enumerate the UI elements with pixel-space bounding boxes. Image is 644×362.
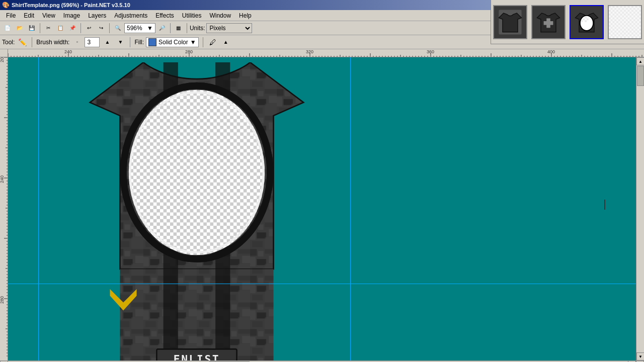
zoom-input[interactable]: 596% (127, 25, 147, 32)
app-icon: 🎨 (2, 2, 10, 9)
sep3 (109, 23, 110, 33)
svg-rect-14 (585, 20, 587, 22)
paste-button[interactable]: 📌 (67, 23, 78, 34)
color-picker-btn[interactable]: 🖊 (207, 37, 218, 48)
cursor-indicator (604, 200, 605, 210)
zoom-in-button[interactable]: 🔎 (156, 23, 168, 34)
thumbnail-strip (491, 0, 644, 44)
ruler-row (0, 49, 644, 57)
undo-button[interactable]: ↩ (84, 23, 95, 34)
menu-utilities[interactable]: Utilities (178, 11, 206, 20)
menu-window[interactable]: Window (205, 11, 235, 20)
thumbnail-2[interactable] (531, 5, 566, 39)
main-artwork: ENLIST (36, 62, 358, 360)
menu-effects[interactable]: Effects (151, 11, 178, 20)
menu-adjustments[interactable]: Adjustments (110, 11, 151, 20)
fill-dropdown-icon[interactable]: ▼ (190, 39, 196, 46)
paintbrush-icon: ✏️ (17, 37, 28, 48)
new-button[interactable]: 📄 (2, 23, 13, 34)
brush-width-down[interactable]: ▼ (115, 37, 126, 48)
units-label: Units: (190, 25, 205, 32)
color-picker-btn2[interactable]: ▲ (220, 37, 231, 48)
fill-value: Solid Color (158, 39, 188, 46)
fill-label: Fill: (134, 39, 144, 46)
sep4 (170, 23, 171, 33)
svg-text:ENLIST: ENLIST (174, 353, 220, 360)
menu-layers[interactable]: Layers (84, 11, 110, 20)
zoom-box: 596% ▼ (124, 23, 155, 33)
ruler-horizontal (8, 49, 644, 57)
sep1 (40, 23, 40, 33)
open-button[interactable]: 📂 (14, 23, 25, 34)
canvas-row: ENLIST ▲ ▼ (0, 57, 644, 360)
svg-rect-19 (609, 6, 641, 38)
sep2 (80, 23, 81, 33)
svg-rect-4 (544, 21, 553, 25)
title-bar-left: 🎨 ShirtTemplate.png (596%) - Paint.NET v… (2, 2, 130, 9)
horizontal-ruler-canvas (8, 49, 644, 57)
brush-width-up[interactable]: ▲ (102, 37, 113, 48)
scrollbar-v-thumb[interactable] (637, 66, 644, 86)
brush-width-value: 3 (87, 39, 91, 46)
toolbar-sep-t (32, 37, 32, 47)
menu-help[interactable]: Help (235, 11, 256, 20)
thumbnail-1[interactable] (493, 5, 527, 39)
guide-horizontal-1 (8, 284, 636, 284)
scrollbar-v-down[interactable]: ▼ (636, 352, 644, 360)
units-select[interactable]: Pixels Inches Centimeters (206, 23, 252, 33)
thumbnail-4[interactable] (608, 5, 642, 39)
svg-rect-11 (583, 18, 585, 20)
svg-rect-10 (585, 17, 587, 19)
scrollbar-v-up[interactable]: ▲ (636, 57, 644, 65)
sep5 (187, 23, 187, 33)
toolbar-sep-2 (130, 37, 130, 47)
fill-color-swatch (148, 38, 156, 46)
window-title: ShirtTemplate.png (596%) - Paint.NET v3.… (12, 2, 130, 8)
menu-image[interactable]: Image (59, 11, 84, 20)
cut-button[interactable]: ✂ (43, 23, 54, 34)
guide-vertical-1 (38, 57, 39, 360)
vertical-ruler-canvas (0, 57, 8, 359)
copy-button[interactable]: 📋 (55, 23, 66, 34)
scrollbar-vertical[interactable]: ▲ ▼ (636, 57, 644, 360)
canvas-viewport[interactable]: ENLIST (8, 57, 636, 360)
zoom-out-button[interactable]: 🔍 (112, 23, 123, 34)
menu-view[interactable]: View (38, 11, 59, 20)
fill-value-box: Solid Color ▼ (146, 37, 199, 47)
brush-width-label: Brush width: (36, 39, 69, 46)
svg-rect-52 (215, 269, 230, 360)
canvas-region: ENLIST ▲ ▼ ◄ ► (0, 49, 644, 362)
guide-vertical-2 (350, 57, 351, 360)
svg-rect-12 (587, 18, 589, 20)
menu-edit[interactable]: Edit (20, 11, 38, 20)
brush-width-value-box: 3 (85, 37, 100, 47)
brush-width-icon: ▫ (71, 37, 83, 48)
thumbnail-3[interactable] (570, 5, 604, 39)
svg-rect-51 (164, 269, 178, 360)
menu-file[interactable]: File (2, 11, 20, 20)
toolbar-sep-3 (203, 37, 203, 47)
tool-label: Tool: (2, 39, 15, 46)
ruler-corner (0, 49, 8, 57)
grid-button[interactable]: ▦ (173, 23, 184, 34)
redo-button[interactable]: ↪ (96, 23, 107, 34)
zoom-dropdown-icon[interactable]: ▼ (147, 25, 153, 32)
save-button[interactable]: 💾 (26, 23, 37, 34)
ruler-vertical (0, 57, 8, 360)
